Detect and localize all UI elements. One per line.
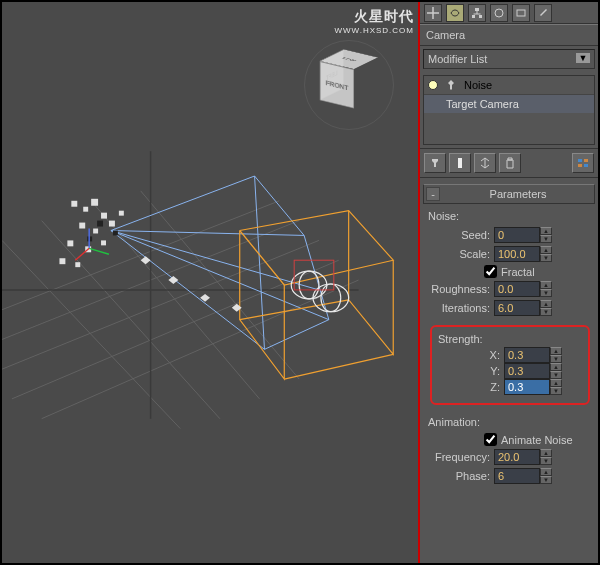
svg-line-8 <box>141 191 299 379</box>
iterations-spinner[interactable]: 6.0▲▼ <box>494 300 552 316</box>
svg-rect-52 <box>458 158 462 168</box>
iterations-label: Iterations: <box>428 302 490 314</box>
svg-line-6 <box>42 221 220 419</box>
y-spinner[interactable]: 0.3▲▼ <box>504 363 562 379</box>
svg-rect-36 <box>75 262 80 267</box>
stack-item-target-camera[interactable]: Target Camera <box>424 95 594 113</box>
pin-stack-button[interactable] <box>424 153 446 173</box>
svg-line-0 <box>2 201 279 310</box>
command-panel-tabs <box>420 2 598 24</box>
x-spinner[interactable]: 0.3▲▼ <box>504 347 562 363</box>
svg-line-2 <box>2 240 319 369</box>
svg-line-45 <box>89 248 109 254</box>
svg-rect-32 <box>67 240 73 246</box>
svg-rect-35 <box>59 258 65 264</box>
pin-icon[interactable] <box>444 78 458 92</box>
svg-line-5 <box>2 240 180 428</box>
seed-spinner[interactable]: 0▲▼ <box>494 227 552 243</box>
svg-marker-37 <box>141 256 151 264</box>
svg-rect-43 <box>113 231 118 236</box>
roughness-label: Roughness: <box>428 283 490 295</box>
configure-sets-button[interactable] <box>572 153 594 173</box>
strength-highlight-box: Strength: X: 0.3▲▼ Y: 0.3▲▼ Z: 0.3▲▼ <box>430 325 590 405</box>
viewport[interactable]: 火星时代 WWW.HXSD.COM FRONT LEFT TOP <box>2 2 418 563</box>
hierarchy-tab-icon[interactable] <box>468 4 486 22</box>
parameters-title: Parameters <box>444 188 592 200</box>
svg-rect-53 <box>578 159 582 162</box>
svg-rect-48 <box>472 15 475 18</box>
frequency-label: Frequency: <box>428 451 490 463</box>
display-tab-icon[interactable] <box>512 4 530 22</box>
animation-group-label: Animation: <box>428 416 592 428</box>
make-unique-button[interactable] <box>474 153 496 173</box>
motion-tab-icon[interactable] <box>490 4 508 22</box>
svg-rect-31 <box>119 211 124 216</box>
svg-rect-49 <box>479 15 482 18</box>
seed-label: Seed: <box>428 229 490 241</box>
scale-label: Scale: <box>428 248 490 260</box>
svg-rect-56 <box>584 164 588 167</box>
show-end-result-button[interactable] <box>449 153 471 173</box>
strength-group-label: Strength: <box>438 333 584 345</box>
phase-spinner[interactable]: 6▲▼ <box>494 468 552 484</box>
fractal-checkbox[interactable]: Fractal <box>484 265 592 278</box>
svg-rect-29 <box>93 229 98 234</box>
x-label: X: <box>438 349 500 361</box>
create-tab-icon[interactable] <box>424 4 442 22</box>
svg-marker-38 <box>168 276 178 284</box>
svg-rect-26 <box>91 199 98 206</box>
modifier-list-dropdown[interactable]: Modifier List <box>423 49 595 69</box>
stack-toolbar <box>420 148 598 178</box>
stack-item-noise[interactable]: Noise <box>464 79 492 91</box>
svg-rect-34 <box>101 240 106 245</box>
utilities-tab-icon[interactable] <box>534 4 552 22</box>
svg-line-17 <box>284 354 393 379</box>
svg-rect-24 <box>71 201 77 207</box>
parameters-rollout-header[interactable]: - Parameters <box>423 184 595 204</box>
command-panel: Camera Modifier List Noise Target Camera… <box>418 2 598 563</box>
svg-line-16 <box>240 300 349 320</box>
scale-spinner[interactable]: 100.0▲▼ <box>494 246 552 262</box>
bulb-icon[interactable] <box>428 80 438 90</box>
remove-modifier-button[interactable] <box>499 153 521 173</box>
rollout-minus-icon: - <box>426 187 440 201</box>
svg-rect-47 <box>475 8 479 11</box>
svg-rect-51 <box>517 10 525 16</box>
svg-line-4 <box>42 280 359 419</box>
svg-line-12 <box>111 231 304 236</box>
z-label: Z: <box>438 381 500 393</box>
animate-noise-checkbox[interactable]: Animate Noise <box>484 433 592 446</box>
z-spinner[interactable]: 0.3▲▼ <box>504 379 562 395</box>
modifier-stack[interactable]: Noise Target Camera <box>423 75 595 145</box>
svg-point-21 <box>321 284 341 312</box>
svg-rect-54 <box>584 159 588 162</box>
noise-group-label: Noise: <box>428 210 592 222</box>
svg-point-50 <box>495 9 503 17</box>
scene-content <box>2 2 418 563</box>
svg-line-46 <box>75 248 89 260</box>
svg-line-11 <box>111 176 255 230</box>
phase-label: Phase: <box>428 470 490 482</box>
frequency-spinner[interactable]: 20.0▲▼ <box>494 449 552 465</box>
roughness-spinner[interactable]: 0.0▲▼ <box>494 281 552 297</box>
y-label: Y: <box>438 365 500 377</box>
watermark-logo: 火星时代 WWW.HXSD.COM <box>334 8 414 35</box>
modify-tab-icon[interactable] <box>446 4 464 22</box>
svg-rect-25 <box>83 207 88 212</box>
svg-rect-27 <box>101 213 107 219</box>
svg-rect-28 <box>79 223 85 229</box>
svg-rect-55 <box>578 164 582 167</box>
object-name-field[interactable]: Camera <box>420 24 598 46</box>
svg-rect-30 <box>109 221 115 227</box>
svg-rect-41 <box>97 221 103 227</box>
